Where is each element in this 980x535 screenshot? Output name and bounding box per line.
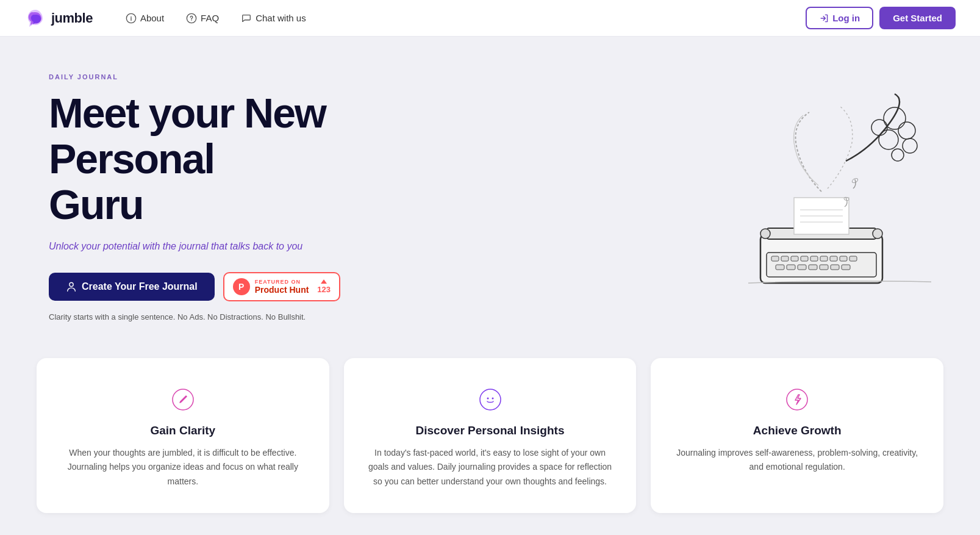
ph-count: 123 [317,279,331,294]
card-icon-clarity [171,387,195,412]
svg-rect-20 [831,265,839,270]
nav-links: About FAQ Chat with us [117,8,806,29]
svg-point-3 [70,283,73,287]
get-started-label: Get Started [893,13,942,23]
card-desc-clarity: When your thoughts are jumbled, it is di… [59,446,307,488]
svg-rect-15 [776,265,784,270]
svg-point-38 [480,389,501,410]
subtitle-plain1: Unlock your potential [49,241,143,251]
create-journal-label: Create Your Free Journal [82,281,198,292]
svg-rect-21 [842,265,850,270]
card-title-insights: Discover Personal Insights [366,424,615,437]
card-desc-insights: In today's fast-paced world, it's easy t… [366,446,615,488]
svg-rect-9 [801,256,808,261]
card-icon-insights [478,387,503,412]
feature-card-clarity: Gain Clarity When your thoughts are jumb… [37,358,329,512]
nav-actions: Log in Get Started [806,7,956,29]
hero-title: Meet your New Personal Guru [49,90,390,227]
card-title-growth: Achieve Growth [673,424,921,437]
login-button[interactable]: Log in [806,7,873,29]
subtitle-highlight: with [143,241,160,251]
feature-card-insights: Discover Personal Insights In today's fa… [344,358,637,512]
svg-rect-18 [809,265,817,270]
ph-text: FEATURED ON Product Hunt [255,279,309,295]
feature-card-growth: Achieve Growth Journaling improves self-… [651,358,943,512]
svg-rect-6 [771,256,779,261]
nav-link-faq[interactable]: FAQ [177,8,227,29]
ph-product-hunt: Product Hunt [255,285,309,295]
svg-point-33 [871,120,887,135]
svg-rect-12 [830,256,837,261]
hero-disclaimer: Clarity starts with a single sentence. N… [49,312,390,321]
svg-point-31 [879,130,898,149]
svg-rect-17 [798,265,806,270]
cards-section: Gain Clarity When your thoughts are jumb… [0,346,980,535]
svg-rect-16 [787,265,795,270]
product-hunt-badge[interactable]: P FEATURED ON Product Hunt 123 [223,272,340,301]
create-journal-button[interactable]: Create Your Free Journal [49,273,215,301]
nav-label-faq: FAQ [201,13,219,23]
hero-section: DAILY JOURNAL Meet your New Personal Gur… [0,37,980,346]
chat-icon [241,13,252,24]
person-icon [66,281,77,292]
svg-rect-7 [781,256,789,261]
navbar: jumble About FAQ Chat with us [0,0,980,37]
svg-point-40 [492,398,493,400]
card-desc-growth: Journaling improves self-awareness, prob… [673,446,921,474]
svg-point-32 [903,138,917,153]
ph-logo: P [233,278,250,295]
card-icon-growth [785,387,809,412]
svg-point-28 [873,229,882,239]
card-title-clarity: Gain Clarity [59,424,307,437]
ph-count-value: 123 [317,285,331,294]
svg-point-27 [760,229,770,239]
logo-text: jumble [51,10,93,26]
nav-link-chat[interactable]: Chat with us [232,8,315,29]
svg-point-39 [487,398,488,400]
info-icon [126,13,137,24]
hero-illustration [699,88,931,307]
login-icon [819,13,829,23]
hero-title-line2: Guru [49,181,143,228]
logo[interactable]: jumble [24,7,93,29]
login-label: Log in [832,13,860,23]
typewriter-illustration [699,88,931,307]
subtitle-plain2: the journal that talks back to you [160,241,302,251]
svg-point-34 [892,149,904,161]
ph-featured-on: FEATURED ON [255,279,309,285]
svg-rect-14 [849,256,857,261]
hero-content: DAILY JOURNAL Meet your New Personal Gur… [49,73,390,321]
nav-label-chat: Chat with us [256,13,306,23]
hero-subtitle: Unlock your potential with the journal t… [49,239,390,254]
hero-label: DAILY JOURNAL [49,73,390,81]
nav-link-about[interactable]: About [117,8,173,29]
svg-rect-19 [820,265,828,270]
logo-icon [24,7,46,29]
svg-point-30 [898,122,915,139]
get-started-button[interactable]: Get Started [879,7,956,29]
disclaimer-text: Clarity starts with a single sentence. N… [49,312,306,321]
svg-rect-10 [810,256,818,261]
lightning-icon [786,389,808,411]
svg-rect-8 [791,256,798,261]
smile-icon [479,389,501,411]
hero-title-line1: Meet your New Personal [49,90,326,182]
nav-label-about: About [140,13,164,23]
svg-point-2 [191,20,191,20]
hero-buttons: Create Your Free Journal P FEATURED ON P… [49,272,390,301]
svg-rect-11 [820,256,828,261]
question-icon [186,13,197,24]
pencil-icon [172,389,194,411]
ph-triangle-icon [321,279,327,284]
svg-rect-13 [840,256,847,261]
svg-point-41 [787,389,807,410]
